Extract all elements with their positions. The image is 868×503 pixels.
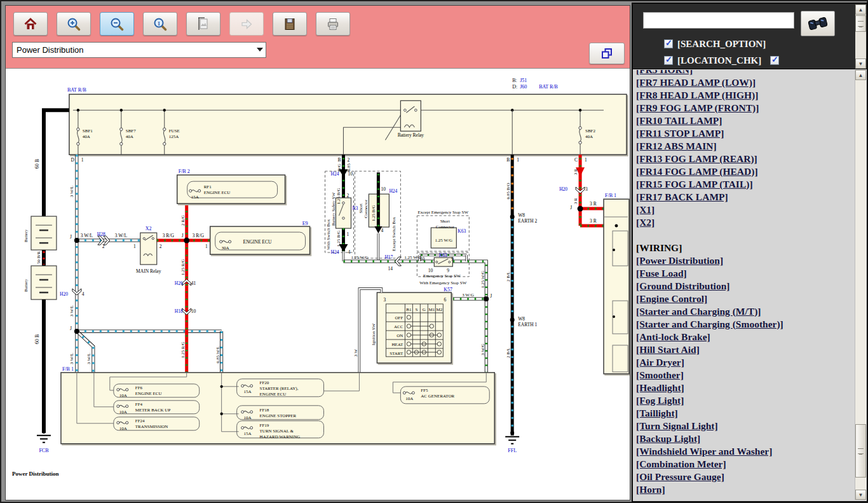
diagram-label: 3 (383, 297, 386, 303)
system-dropdown[interactable]: Power Distribution (12, 42, 266, 58)
diagram-label: 10A (244, 415, 252, 420)
forward-button[interactable] (229, 12, 264, 36)
diagram-label: 3 R (590, 218, 597, 224)
navigation-scrollbar[interactable]: ▲ ▼ (855, 70, 866, 500)
scroll-down-icon[interactable]: ▼ (855, 59, 866, 69)
diagram-label: 1.25 R/G (180, 341, 186, 358)
nav-link[interactable]: [FR8 HEAD LAMP (HIGH)] (636, 89, 854, 102)
diagram-label: 2 B/L (506, 272, 511, 282)
diagram-label: FF6 (135, 385, 143, 390)
zoom-out-icon (109, 17, 125, 32)
diagram-pane: 1 (5, 5, 630, 500)
diagram-label: K57 (444, 287, 452, 293)
nav-link[interactable]: [Starter and Charging (Smoother)] (636, 318, 854, 331)
nav-link[interactable]: [FR14 FOG LAMP (HEAD)] (636, 165, 854, 178)
nav-link[interactable]: [Air Dryer] (636, 356, 854, 369)
diagram-label: J (490, 293, 492, 299)
diagram-label: H18 (175, 308, 183, 314)
diagram-label: 3 W/G (480, 343, 485, 355)
nav-link[interactable]: [FR13 FOG LAMP (REAR)] (636, 153, 854, 165)
wiring-diagram-canvas[interactable]: BAT R/BB:J51D:J60BAT R/BSBF140ASBF740AFU… (6, 69, 630, 500)
nav-link[interactable]: [Engine Control] (636, 293, 854, 305)
popout-window-button[interactable] (589, 43, 625, 64)
diagram-label: 9 (451, 256, 454, 262)
diagram-label: 60 B (34, 334, 40, 344)
location-chk-label: [LOCATION_CHK] (677, 55, 761, 65)
nav-link[interactable]: [FR9 FOG LAMP (FRONT)] (636, 102, 854, 114)
nav-link[interactable]: [FR17 BACK LAMP] (636, 191, 854, 203)
nav-link[interactable]: [Headlight] (636, 382, 854, 394)
diagram-label: 15A (191, 195, 199, 200)
diagram-label: H26 (175, 280, 183, 286)
diagram-label: START (390, 351, 403, 356)
nav-link[interactable]: [Fuse Load] (636, 267, 854, 280)
nav-link[interactable]: [Ground Distribution] (636, 280, 854, 293)
print-button[interactable] (316, 12, 350, 36)
nav-link[interactable]: [FR15 FOG LAMP (TAIL)] (636, 178, 854, 191)
scrollbar-thumb[interactable] (855, 424, 866, 478)
diagram-label: 9 (447, 268, 449, 273)
nav-link[interactable]: [Backup Light] (636, 432, 854, 445)
scroll-down-icon[interactable]: ▼ (855, 490, 866, 500)
diagram-label: J (570, 205, 572, 210)
diagram-label: 30A (222, 245, 229, 251)
nav-link[interactable]: [Taillight] (636, 407, 854, 420)
diagram-label: FF18 (260, 408, 269, 413)
nav-link[interactable]: [FR7 HEAD LAMP (LOW)] (636, 76, 854, 89)
save-button[interactable] (273, 12, 307, 36)
nav-link[interactable]: [FR5 HORN] (636, 70, 854, 76)
diagram-label: 2 (346, 193, 349, 198)
diagram-label: 40A (83, 134, 90, 139)
nav-link[interactable]: [Power Distribution] (636, 254, 854, 267)
diagram-label: 10A (405, 396, 413, 401)
nav-link[interactable]: [FR11 STOP LAMP] (636, 127, 854, 140)
nav-link[interactable]: [Hill Start Aid] (636, 343, 854, 356)
search-panel-scrollbar[interactable]: ▲ ▼ (855, 4, 866, 69)
diagram-label: 0.85 W/L (215, 346, 220, 363)
diagram-label: 0.85 B/O (506, 183, 511, 200)
zoom-out-button[interactable] (100, 12, 134, 36)
zoom-actual-size-button[interactable]: 1 (143, 12, 177, 36)
diagram-label: 10A (119, 410, 127, 415)
nav-link[interactable]: [FR10 TAIL LAMP] (636, 114, 854, 127)
nav-link[interactable]: [Horn] (636, 483, 854, 496)
diagram-label: Except Switch Box (391, 217, 397, 251)
diagram-label: C (574, 157, 578, 163)
scroll-up-icon[interactable]: ▲ (855, 4, 866, 15)
diagram-label: BAT R/B (539, 84, 558, 90)
nav-link[interactable]: [Starter and Charging (M/T)] (636, 305, 854, 318)
nav-link[interactable]: [Windshield Wiper and Washer] (636, 445, 854, 458)
diagram-label: FF19 (260, 423, 269, 428)
search-button[interactable] (801, 11, 835, 36)
diagram-label: B (506, 157, 510, 163)
page-preview-button[interactable] (186, 12, 220, 36)
nav-link[interactable]: [X2] (636, 216, 854, 229)
nav-link[interactable]: [Anti-lock Brake] (636, 331, 854, 343)
scroll-up-icon[interactable]: ▲ (855, 70, 866, 80)
search-option-row: [SEARCH_OPTION] (664, 39, 766, 50)
nav-section-header: [WIRING] (636, 242, 854, 254)
diagram-label: K63 (439, 252, 447, 258)
search-input[interactable] (643, 12, 794, 29)
diagram-label: 10A (119, 426, 127, 431)
diagram-label: J (70, 326, 72, 331)
location-chk-extra-checkbox[interactable] (770, 56, 779, 65)
diagram-label: H24 (331, 249, 339, 255)
nav-link[interactable]: [Combination Meter] (636, 458, 854, 471)
nav-link[interactable]: [Fog Light] (636, 394, 854, 407)
diagram-label: SBF2 (585, 128, 595, 134)
nav-link[interactable]: [Smoother] (636, 369, 854, 382)
nav-link[interactable]: [FR12 ABS MAIN] (636, 140, 854, 153)
save-icon (282, 17, 297, 32)
scrollbar-thumb[interactable] (855, 15, 866, 32)
location-chk-checkbox[interactable] (664, 56, 673, 65)
print-icon (325, 17, 341, 32)
nav-link[interactable]: [X1] (636, 203, 854, 216)
nav-link[interactable]: [Turn Signal Light] (636, 420, 854, 432)
zoom-in-button[interactable] (57, 12, 91, 36)
home-button[interactable] (13, 12, 48, 36)
nav-link[interactable]: [Oil Pressure Gauge] (636, 471, 854, 483)
diagram-label: 1.25 B/G (371, 205, 376, 221)
search-option-checkbox[interactable] (664, 39, 673, 48)
diagram-label: Battery (24, 229, 29, 242)
